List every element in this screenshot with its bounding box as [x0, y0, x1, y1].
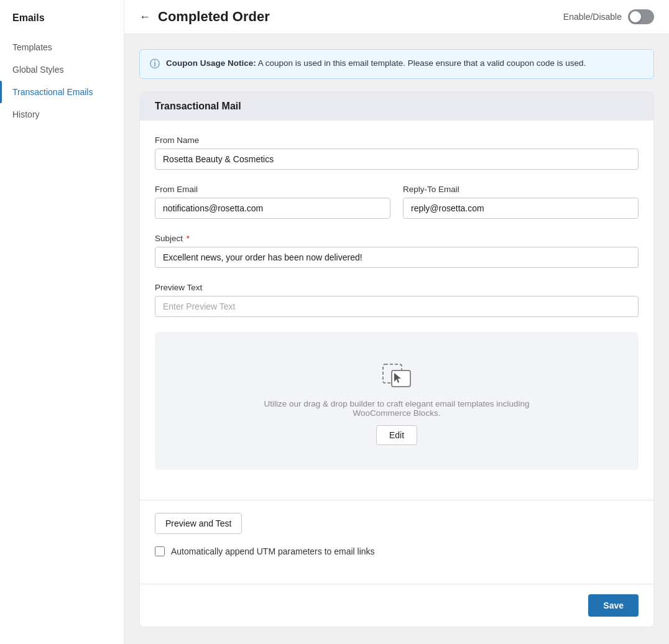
from-name-input[interactable]: [155, 149, 639, 170]
info-icon: ⓘ: [150, 58, 160, 71]
drag-drop-area: Utilize our drag & drop builder to craft…: [155, 332, 639, 470]
header-left: ← Completed Order: [139, 9, 270, 25]
subject-label: Subject *: [155, 234, 639, 243]
from-email-label: From Email: [155, 185, 390, 194]
from-name-group: From Name: [155, 136, 639, 170]
sidebar-title: Emails: [0, 12, 124, 36]
reply-to-label: Reply-To Email: [403, 185, 639, 194]
transactional-mail-card: Transactional Mail From Name From Email: [139, 91, 654, 627]
enable-disable-label: Enable/Disable: [563, 12, 622, 22]
toggle-track: [628, 9, 654, 24]
main-header: ← Completed Order Enable/Disable: [124, 0, 669, 34]
utm-checkbox[interactable]: [155, 546, 165, 556]
subject-required: *: [187, 234, 190, 243]
coupon-notice-banner: ⓘ Coupon Usage Notice: A coupon is used …: [139, 49, 654, 79]
back-arrow-icon[interactable]: ←: [139, 11, 150, 22]
page-title: Completed Order: [158, 9, 270, 25]
sidebar-item-templates[interactable]: Templates: [0, 36, 124, 58]
save-row: Save: [140, 584, 653, 627]
utm-checkbox-label: Automatically append UTM parameters to e…: [171, 546, 375, 556]
reply-to-input[interactable]: [403, 198, 639, 219]
card-footer: Preview and Test Automatically append UT…: [140, 500, 653, 584]
save-button[interactable]: Save: [588, 594, 639, 617]
card-header: Transactional Mail: [140, 92, 653, 121]
email-row: From Email Reply-To Email: [155, 185, 639, 219]
sidebar: Emails Templates Global Styles Transacti…: [0, 0, 124, 644]
from-email-input[interactable]: [155, 198, 390, 219]
main-content: ← Completed Order Enable/Disable ⓘ Coupo…: [124, 0, 669, 644]
toggle-thumb: [630, 11, 641, 22]
preview-test-button[interactable]: Preview and Test: [155, 513, 242, 534]
preview-text-input[interactable]: [155, 296, 639, 317]
notice-bold: Coupon Usage Notice:: [166, 58, 256, 68]
edit-button[interactable]: Edit: [376, 425, 417, 445]
from-email-group: From Email: [155, 185, 390, 219]
subject-input[interactable]: [155, 247, 639, 268]
sidebar-item-transactional-emails[interactable]: Transactional Emails: [0, 81, 124, 103]
drag-drop-icon: [379, 357, 414, 392]
utm-checkbox-row: Automatically append UTM parameters to e…: [155, 546, 639, 556]
reply-to-group: Reply-To Email: [403, 185, 639, 219]
enable-disable-toggle[interactable]: [628, 9, 654, 24]
sidebar-item-global-styles[interactable]: Global Styles: [0, 58, 124, 81]
sidebar-nav: Templates Global Styles Transactional Em…: [0, 36, 124, 126]
preview-text-group: Preview Text: [155, 283, 639, 317]
notice-text: Coupon Usage Notice: A coupon is used in…: [166, 57, 586, 70]
sidebar-item-history[interactable]: History: [0, 103, 124, 126]
card-body: From Name From Email Reply-To Email: [140, 121, 653, 500]
content-area: ⓘ Coupon Usage Notice: A coupon is used …: [124, 34, 669, 644]
notice-body: A coupon is used in this email template.…: [256, 58, 586, 68]
drag-drop-text: Utilize our drag & drop builder to craft…: [247, 399, 546, 418]
subject-group: Subject *: [155, 234, 639, 268]
preview-text-label: Preview Text: [155, 283, 639, 292]
header-right: Enable/Disable: [563, 9, 654, 24]
from-name-label: From Name: [155, 136, 639, 145]
